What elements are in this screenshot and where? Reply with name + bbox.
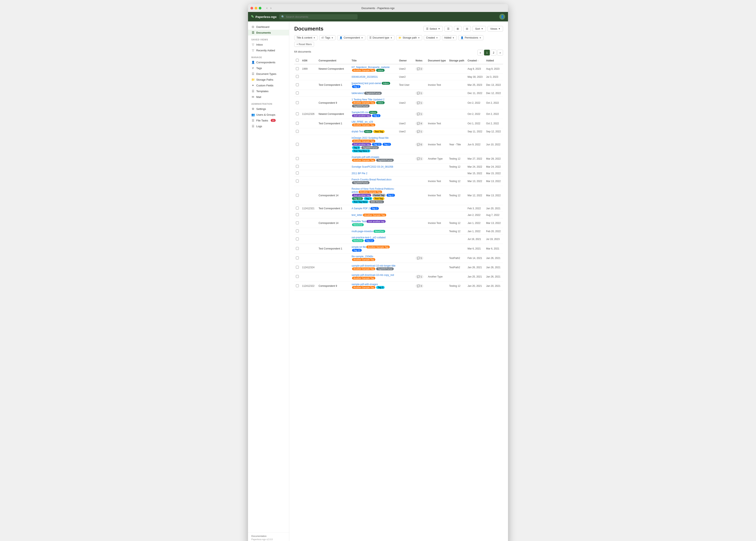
row-title-link[interactable]: 0004814539_20230531 bbox=[352, 76, 378, 78]
tag[interactable]: NewOne bbox=[352, 239, 364, 242]
row-title-link[interactable]: simple.txt file bbox=[352, 246, 366, 249]
tag[interactable]: Tag 222 bbox=[352, 197, 363, 200]
tag[interactable]: TagWithPartial bbox=[352, 105, 370, 107]
tag[interactable]: TagWithPartial bbox=[376, 159, 394, 162]
row-checkbox[interactable] bbox=[296, 238, 299, 241]
filter-correspondent[interactable]: 👤 Correspondent ▼ bbox=[337, 35, 365, 40]
filter-created[interactable]: Created ▼ bbox=[424, 35, 440, 40]
filter-tags[interactable]: 🏷 Tags ▼ bbox=[319, 35, 335, 40]
tag[interactable]: Inbox bbox=[382, 82, 390, 85]
tag[interactable]: Tag 3 bbox=[352, 146, 360, 149]
user-avatar[interactable]: 👤 bbox=[499, 14, 505, 20]
tag[interactable]: NewOne bbox=[352, 223, 364, 226]
tag[interactable]: NewOne bbox=[373, 230, 385, 233]
tag[interactable]: Inbox bbox=[376, 101, 385, 104]
col-check-header[interactable] bbox=[294, 57, 300, 64]
row-title-link[interactable]: ReadMe Test bbox=[352, 220, 366, 223]
tag[interactable]: TagWithPartial bbox=[352, 181, 370, 184]
details-view-button[interactable]: ⊟ bbox=[463, 26, 471, 32]
tag[interactable]: Another Sample Tag bbox=[352, 124, 375, 126]
filter-document-type[interactable]: ☰ Document type ▼ bbox=[367, 35, 395, 40]
sidebar-item-recently-added[interactable]: ▽ Recently Added bbox=[248, 47, 289, 53]
reset-filters-button[interactable]: × Reset filters bbox=[294, 42, 314, 47]
tag[interactable]: Tag 3 bbox=[376, 286, 385, 289]
list-view-button[interactable]: ☰ bbox=[444, 26, 452, 32]
notes-badge[interactable]: 💬4 bbox=[416, 122, 423, 125]
row-checkbox[interactable] bbox=[296, 143, 299, 146]
col-created-header[interactable]: Created bbox=[466, 57, 484, 64]
tag[interactable]: Another Sample Tag bbox=[352, 258, 375, 261]
row-title-link[interactable]: drylab Test bbox=[352, 130, 364, 133]
row-checkbox[interactable] bbox=[296, 180, 299, 183]
col-correspondent-header[interactable]: Correspondent bbox=[317, 57, 350, 64]
pagination-next[interactable]: » bbox=[497, 50, 503, 55]
row-title-link[interactable]: sample-pdf-download-10-mb-longer-title bbox=[352, 264, 396, 267]
tag[interactable]: Just another tag bbox=[366, 220, 386, 223]
grid-view-button[interactable]: ⊞ bbox=[454, 26, 462, 32]
pagination-prev[interactable]: « bbox=[477, 50, 483, 55]
back-button[interactable]: ‹ bbox=[266, 6, 268, 10]
sidebar-item-tags[interactable]: # Tags bbox=[248, 65, 289, 71]
row-checkbox[interactable] bbox=[296, 67, 299, 70]
row-title-link[interactable]: A Sample PDF 2 bbox=[352, 207, 370, 210]
row-title-link[interactable]: 2sample-pdf-with-images bbox=[352, 156, 379, 159]
filter-added[interactable]: Added ▼ bbox=[442, 35, 457, 40]
brand[interactable]: ✎ Paperless-ngx bbox=[251, 14, 277, 19]
tag[interactable]: Just another tag bbox=[352, 143, 371, 146]
tag[interactable]: Test Tag bbox=[373, 197, 384, 200]
col-added-header[interactable]: Added bbox=[484, 57, 503, 64]
row-checkbox[interactable] bbox=[296, 157, 299, 160]
tag[interactable]: Another Sample Tag bbox=[352, 101, 375, 104]
row-checkbox[interactable] bbox=[296, 247, 299, 250]
filter-title-content[interactable]: Title & content ▼ bbox=[294, 35, 318, 40]
col-notes-header[interactable]: Notes bbox=[414, 57, 426, 64]
sidebar-item-inbox[interactable]: ▽ Inbox bbox=[248, 42, 289, 47]
row-title-link[interactable]: [paperless] test post-owner bbox=[352, 82, 381, 85]
tag[interactable]: Another Sample Tag bbox=[352, 69, 375, 72]
row-checkbox[interactable] bbox=[296, 172, 299, 175]
row-checkbox[interactable] bbox=[296, 130, 299, 133]
row-checkbox[interactable] bbox=[296, 230, 299, 233]
filter-permissions[interactable]: 👤 Permissions ▼ bbox=[458, 35, 483, 40]
forward-button[interactable]: › bbox=[269, 6, 272, 10]
row-title-link[interactable]: test_letter bbox=[352, 214, 363, 217]
row-title-link[interactable]: sample-pdf-with-images bbox=[352, 283, 378, 286]
sidebar-item-document-types[interactable]: ☰ Document Types bbox=[248, 71, 289, 77]
col-owner-header[interactable]: Owner bbox=[397, 57, 414, 64]
tag[interactable]: Inbox bbox=[364, 130, 372, 133]
row-title-link[interactable]: tablerates2 bbox=[352, 92, 364, 95]
tag[interactable]: Another Sample Tag bbox=[352, 277, 375, 279]
tag[interactable]: Another Sample Tag bbox=[352, 140, 375, 143]
tag[interactable]: Another Sample Tag bbox=[359, 191, 382, 194]
select-all-checkbox[interactable] bbox=[296, 59, 299, 62]
col-storage-header[interactable]: Storage path bbox=[448, 57, 466, 64]
tag[interactable]: Another Sample Tag bbox=[352, 159, 375, 162]
row-checkbox[interactable] bbox=[296, 284, 299, 287]
notes-badge[interactable]: 💬1 bbox=[416, 157, 423, 161]
pagination-page-1[interactable]: 1 bbox=[484, 50, 490, 55]
col-asn-header[interactable]: ASN bbox=[300, 57, 317, 64]
row-title-link[interactable]: InDesign 2022 Scripting Read Me bbox=[352, 137, 389, 139]
row-checkbox[interactable] bbox=[296, 122, 299, 125]
row-title-link[interactable]: Sample100.csv bbox=[352, 111, 369, 114]
views-button[interactable]: Views ▼ bbox=[488, 26, 503, 32]
tag[interactable]: Another Sample Tag bbox=[363, 214, 386, 217]
sidebar-item-dashboard[interactable]: ⊟ Dashboard bbox=[248, 24, 289, 30]
select-button[interactable]: ☰ Select ▼ bbox=[423, 26, 443, 32]
pagination-page-2[interactable]: 2 bbox=[491, 50, 496, 55]
row-title-link[interactable]: French Country Bread Revised.docx bbox=[352, 178, 391, 181]
tag[interactable]: Another Sample Tag bbox=[352, 268, 375, 270]
notes-badge[interactable]: 💬1 bbox=[416, 130, 423, 133]
notes-badge[interactable]: 💬1 bbox=[416, 91, 423, 95]
row-checkbox[interactable] bbox=[296, 257, 299, 260]
sidebar-item-file-tasks[interactable]: ☰ File Tasks 16 bbox=[248, 118, 289, 123]
tag[interactable]: Tag 2 bbox=[383, 143, 391, 146]
docs-link[interactable]: Documentation bbox=[251, 535, 286, 537]
row-checkbox[interactable] bbox=[296, 194, 299, 197]
tag[interactable]: Inbox bbox=[376, 69, 385, 72]
tag[interactable]: Just another tag bbox=[352, 194, 371, 197]
tag[interactable]: Another Sample Tag bbox=[366, 246, 390, 249]
sidebar-item-storage-paths[interactable]: 📁 Storage Paths bbox=[248, 77, 289, 83]
row-title-link[interactable]: 1 Testing New Title Updated 2 bbox=[352, 98, 384, 101]
notes-badge[interactable]: 💬2 bbox=[416, 67, 423, 71]
